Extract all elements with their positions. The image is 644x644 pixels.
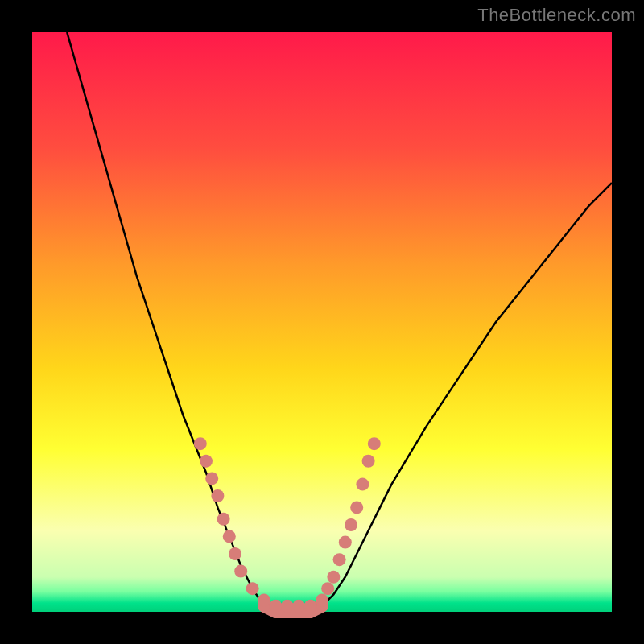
data-dot [304, 600, 317, 613]
watermark-text: TheBottleneck.com [477, 5, 636, 26]
data-dot [269, 600, 282, 613]
data-dot [333, 553, 346, 566]
data-dot [339, 536, 352, 549]
plot-area [32, 32, 612, 612]
data-dot [258, 594, 270, 607]
bottleneck-curve [67, 32, 612, 612]
data-dot [281, 600, 294, 613]
data-dot [223, 530, 236, 543]
data-dot [362, 455, 375, 468]
data-dot [246, 582, 259, 595]
data-dot [368, 437, 381, 450]
data-dot [200, 455, 213, 468]
data-dot [229, 547, 242, 560]
data-dot [194, 437, 207, 450]
data-dot [217, 513, 230, 526]
data-dot [205, 472, 218, 485]
data-dot [327, 571, 340, 584]
data-dot [292, 600, 305, 613]
data-dot [350, 501, 363, 514]
data-dot [356, 478, 369, 491]
data-dot [234, 565, 247, 578]
data-dot [316, 594, 328, 607]
chart-svg [32, 32, 612, 612]
data-dot [211, 489, 224, 502]
data-dot [345, 518, 357, 531]
outer-frame: TheBottleneck.com [0, 0, 644, 644]
data-dot [321, 582, 334, 595]
